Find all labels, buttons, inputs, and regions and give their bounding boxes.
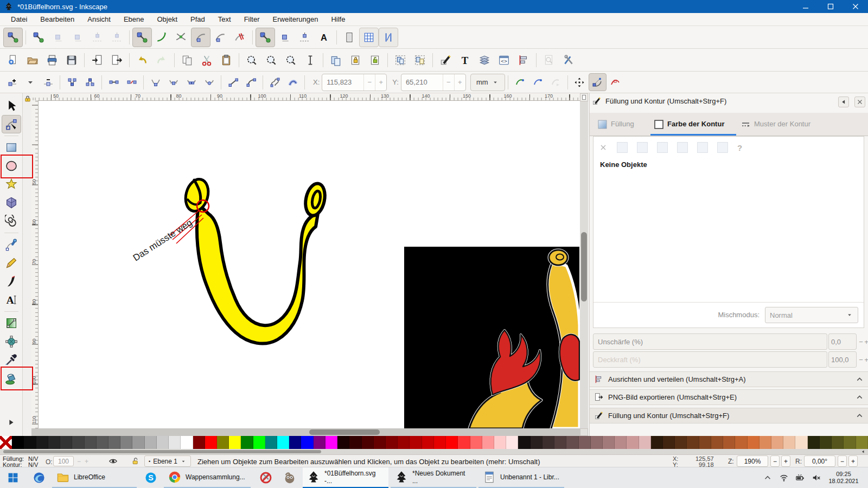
palette-swatch[interactable] xyxy=(603,436,615,449)
redo-icon[interactable] xyxy=(152,50,171,70)
menu-item[interactable]: Text xyxy=(212,14,238,25)
palette-swatch[interactable] xyxy=(531,436,542,449)
tab-fill[interactable]: Füllung xyxy=(597,113,634,135)
stroke-to-path-icon[interactable] xyxy=(284,73,302,91)
tray-chevron-up-icon[interactable] xyxy=(763,473,773,483)
unit-dropdown[interactable]: mm xyxy=(470,74,505,91)
palette-swatch[interactable] xyxy=(554,436,566,449)
palette-swatch[interactable] xyxy=(494,436,506,449)
close-button[interactable] xyxy=(843,0,868,13)
palette-swatch[interactable] xyxy=(85,436,97,449)
taskbar-gimp[interactable] xyxy=(279,467,301,488)
calligraphy-tool[interactable] xyxy=(2,272,21,291)
palette-swatch[interactable] xyxy=(205,436,217,449)
palette-swatch[interactable] xyxy=(615,436,627,449)
dropper-tool[interactable] xyxy=(2,351,21,369)
palette-swatch[interactable] xyxy=(217,436,229,449)
show-outline-icon[interactable] xyxy=(607,73,624,91)
zoom-increment[interactable]: + xyxy=(781,455,790,467)
palette-swatch[interactable] xyxy=(651,436,663,449)
layers-dialog-icon[interactable] xyxy=(475,50,494,70)
palette-swatch[interactable] xyxy=(771,436,783,449)
edit-mask-icon[interactable] xyxy=(529,73,547,91)
menu-item[interactable]: Filter xyxy=(238,14,266,25)
palette-swatch[interactable] xyxy=(314,436,326,449)
palette-swatch[interactable] xyxy=(458,436,470,449)
snap-toggle-icon[interactable] xyxy=(3,28,23,47)
menu-item[interactable]: Ansicht xyxy=(81,14,117,25)
palette-swatch[interactable] xyxy=(349,436,361,449)
no-paint-icon[interactable] xyxy=(599,143,608,152)
mesh-tool[interactable] xyxy=(2,332,21,351)
palette-swatch[interactable] xyxy=(36,436,48,449)
snap-paths-icon[interactable] xyxy=(152,28,171,47)
taskbar-skype[interactable] xyxy=(140,467,162,488)
palette-swatch[interactable] xyxy=(132,436,144,449)
ungroup-icon[interactable] xyxy=(410,50,430,70)
snap-bounding-box-icon[interactable] xyxy=(29,28,48,47)
palette-swatch[interactable] xyxy=(699,436,711,449)
chevron-up-icon[interactable] xyxy=(855,411,864,420)
palette-swatch[interactable] xyxy=(711,436,723,449)
palette-swatch[interactable] xyxy=(12,436,24,449)
taskbar-chrome[interactable]: Wappensammlung... xyxy=(164,467,251,488)
zoom-width-icon[interactable] xyxy=(301,50,320,70)
vertical-scrollbar-thumb[interactable] xyxy=(581,232,587,301)
unlink-clone-icon[interactable] xyxy=(365,50,385,70)
taskbar-restricted-app[interactable] xyxy=(255,467,277,488)
create-clone-icon[interactable] xyxy=(346,50,365,70)
show-transform-handles-icon[interactable] xyxy=(571,73,589,91)
palette-swatch[interactable] xyxy=(735,436,747,449)
insert-node-icon[interactable] xyxy=(3,73,21,91)
menu-item[interactable]: Erweiterungen xyxy=(266,14,325,25)
rotation-field[interactable]: 0,00° xyxy=(804,455,835,467)
corner-node-icon[interactable] xyxy=(146,73,164,91)
snap-bbox-edges-icon[interactable] xyxy=(48,28,68,47)
palette-swatch[interactable] xyxy=(386,436,398,449)
text-tool[interactable] xyxy=(2,291,21,309)
y-coordinate-field[interactable]: 65,210 − + xyxy=(401,74,466,91)
pattern-icon[interactable] xyxy=(677,142,688,153)
node-tool[interactable] xyxy=(2,115,21,133)
spiral-tool[interactable] xyxy=(2,212,21,230)
make-line-icon[interactable] xyxy=(224,73,242,91)
palette-swatch[interactable] xyxy=(506,436,518,449)
palette-swatch[interactable] xyxy=(60,436,72,449)
palette-swatch[interactable] xyxy=(639,436,651,449)
palette-swatch[interactable] xyxy=(518,436,530,449)
snap-smooth-nodes-icon[interactable] xyxy=(210,28,230,47)
pencil-tool[interactable] xyxy=(2,254,21,272)
snap-rotation-centers-icon[interactable] xyxy=(295,28,314,47)
next-path-effect-icon[interactable] xyxy=(547,73,565,91)
opacity-value[interactable]: 100,0 xyxy=(828,351,857,368)
palette-swatch[interactable] xyxy=(482,436,494,449)
layer-visibility-icon[interactable] xyxy=(108,457,118,466)
dock-close-icon[interactable] xyxy=(854,97,865,107)
palette-menu-icon[interactable] xyxy=(860,449,866,454)
ellipse-tool[interactable] xyxy=(2,157,21,175)
symmetric-node-icon[interactable] xyxy=(182,73,200,91)
vertical-scrollbar[interactable] xyxy=(580,93,588,436)
snap-text-baseline-icon[interactable] xyxy=(314,28,334,47)
tab-stroke-style[interactable]: Muster der Kontur xyxy=(741,113,810,135)
join-with-segment-icon[interactable] xyxy=(105,73,123,91)
menu-item[interactable]: Hilfe xyxy=(324,14,352,25)
snap-others-icon[interactable] xyxy=(256,28,275,47)
palette-swatch[interactable] xyxy=(181,436,193,449)
snap-nodes-icon[interactable] xyxy=(132,28,152,47)
palette-swatch[interactable] xyxy=(470,436,482,449)
palette-swatch[interactable] xyxy=(687,436,699,449)
palette-swatch[interactable] xyxy=(337,436,349,449)
x-coordinate-field[interactable]: 115,823 − + xyxy=(322,74,387,91)
duplicate-icon[interactable] xyxy=(326,50,346,70)
scrollbar-page-button[interactable] xyxy=(580,93,588,101)
align-dialog-icon[interactable] xyxy=(514,50,533,70)
palette-swatch[interactable] xyxy=(663,436,675,449)
horizontal-scrollbar[interactable] xyxy=(31,428,580,436)
palette-swatch[interactable] xyxy=(277,436,289,449)
palette-swatch[interactable] xyxy=(748,436,760,449)
cut-icon[interactable] xyxy=(197,50,216,70)
snap-bbox-centers-icon[interactable] xyxy=(107,28,126,47)
opacity-slider[interactable]: Deckkraft (%) xyxy=(593,351,827,368)
menu-item[interactable]: Objekt xyxy=(150,14,184,25)
